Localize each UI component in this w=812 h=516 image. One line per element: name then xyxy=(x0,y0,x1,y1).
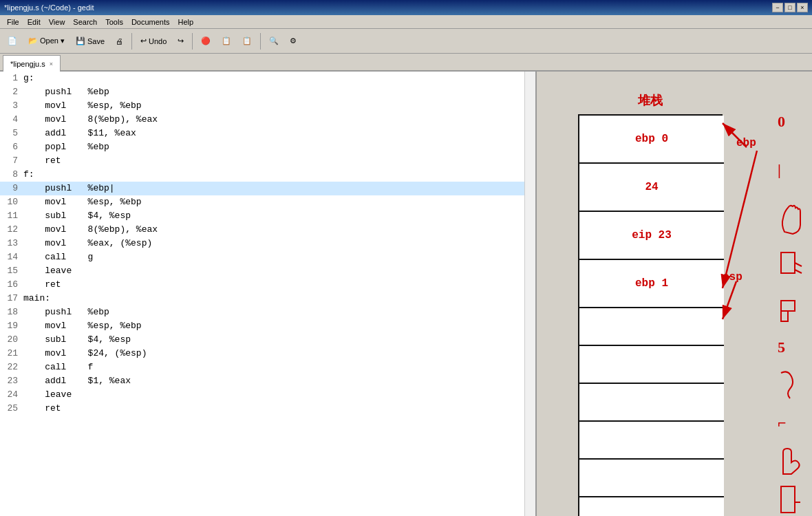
separator-2 xyxy=(192,33,193,50)
line-10: 10 movl %esp, %ebp xyxy=(0,195,535,209)
hand-icon-4 xyxy=(778,294,805,325)
new-icon: 📄 xyxy=(8,36,17,45)
line-23: 23 addl $1, %eax xyxy=(0,374,535,388)
window-title: *lipengju.s (~/Code) - gedit xyxy=(4,3,94,12)
menu-help[interactable]: Help xyxy=(174,17,198,28)
menu-file[interactable]: File xyxy=(3,17,23,28)
save-icon: 💾 xyxy=(76,36,85,45)
annotation-0: 0 xyxy=(778,98,805,146)
separator-3 xyxy=(260,33,261,50)
line-9: 9 pushl %ebp| xyxy=(0,182,535,195)
code-content[interactable]: 1 g: 2 pushl %ebp 3 movl %esp, %ebp 4 mo… xyxy=(0,72,535,516)
line-19: 19 movl %esp, %ebp xyxy=(0,319,535,333)
toolbar: 📄 📂 Open ▾ 💾 Save 🖨 ↩ Undo ↪ 🔴 📋 📋 🔍 ⚙ xyxy=(0,29,812,54)
line-4: 4 movl 8(%ebp), %eax xyxy=(0,113,535,127)
annotation-7: ⌐ xyxy=(778,404,805,442)
annotation-3 xyxy=(778,242,805,290)
menu-edit[interactable]: Edit xyxy=(23,17,45,28)
undo-icon: ↩ xyxy=(140,36,147,45)
stack-cell-5 xyxy=(579,346,724,384)
line-17: 17 main: xyxy=(0,292,535,305)
main-content: 1 g: 2 pushl %ebp 3 movl %esp, %ebp 4 mo… xyxy=(0,72,812,516)
menu-tools[interactable]: Tools xyxy=(101,17,127,28)
menu-search[interactable]: Search xyxy=(69,17,101,28)
undo-button[interactable]: ↩ Undo xyxy=(136,32,171,51)
maximize-button[interactable]: □ xyxy=(784,3,795,12)
stack-frame: ebp 0 24 eip 23 ebp 1 xyxy=(578,114,723,516)
hand-icon-2 xyxy=(778,201,805,235)
ebp-pointer-label: ebp xyxy=(736,137,756,149)
stack-container: 堆栈 ebp 0 24 eip 23 ebp 1 xyxy=(578,92,723,516)
line-20: 20 subl $4, %esp xyxy=(0,333,535,347)
line-1: 1 g: xyxy=(0,72,535,85)
action-icon-3: 📋 xyxy=(242,36,252,45)
stack-cell-8 xyxy=(579,460,724,497)
menu-view[interactable]: View xyxy=(45,17,70,28)
stack-cell-2: eip 23 xyxy=(579,212,724,260)
svg-line-5 xyxy=(795,263,802,266)
annotation-8 xyxy=(778,442,805,480)
annotation-1: | xyxy=(778,146,805,194)
line-8: 8 f: xyxy=(0,168,535,182)
line-3: 3 movl %esp, %ebp xyxy=(0,99,535,113)
stack-cell-6 xyxy=(579,384,724,422)
stack-cell-0: ebp 0 xyxy=(579,116,724,164)
line-7: 7 ret xyxy=(0,154,535,168)
action-button-2[interactable]: 📋 xyxy=(217,32,236,51)
editor-area[interactable]: 1 g: 2 pushl %ebp 3 movl %esp, %ebp 4 mo… xyxy=(0,72,537,516)
search-button[interactable]: 🔍 xyxy=(264,32,284,51)
redo-icon: ↪ xyxy=(178,36,184,45)
search-icon: 🔍 xyxy=(269,36,279,45)
open-button[interactable]: 📂 Open ▾ xyxy=(23,32,70,51)
tab-bar: *lipengju.s × xyxy=(0,54,812,72)
stack-cell-3: ebp 1 xyxy=(579,260,724,308)
save-button[interactable]: 💾 Save xyxy=(71,32,109,51)
scrollbar[interactable] xyxy=(524,72,535,516)
line-13: 13 movl %eax, (%esp) xyxy=(0,237,535,250)
action-button-1[interactable]: 🔴 xyxy=(196,32,215,51)
line-16: 16 ret xyxy=(0,278,535,292)
tab-close-button[interactable]: × xyxy=(50,61,53,67)
line-24: 24 leave xyxy=(0,388,535,402)
line-21: 21 movl $24, (%esp) xyxy=(0,347,535,361)
menu-bar: File Edit View Search Tools Documents He… xyxy=(0,15,812,29)
line-6: 6 popl %ebp xyxy=(0,140,535,154)
redo-button[interactable]: ↪ xyxy=(173,32,189,51)
annotation-6 xyxy=(778,366,805,404)
hand-icon-6 xyxy=(778,369,802,400)
print-icon: 🖨 xyxy=(116,37,123,45)
line-11: 11 subl $4, %esp xyxy=(0,209,535,223)
title-bar: *lipengju.s (~/Code) - gedit − □ × xyxy=(0,0,812,15)
right-annotations: 0 | 5 xyxy=(778,98,805,516)
replace-icon: ⚙ xyxy=(290,36,297,45)
stack-cell-9 xyxy=(579,497,724,516)
action-icon-1: 🔴 xyxy=(201,36,211,45)
menu-documents[interactable]: Documents xyxy=(127,17,174,28)
svg-line-2 xyxy=(723,281,736,319)
minimize-button[interactable]: − xyxy=(772,3,783,12)
close-button[interactable]: × xyxy=(797,3,808,12)
stack-cell-4 xyxy=(579,308,724,346)
new-button[interactable]: 📄 xyxy=(3,32,22,51)
action-icon-2: 📋 xyxy=(222,36,231,45)
replace-button[interactable]: ⚙ xyxy=(285,32,301,51)
window-controls: − □ × xyxy=(772,3,808,12)
hand-icon-3 xyxy=(778,249,805,283)
tab-lipengju[interactable]: *lipengju.s × xyxy=(3,55,61,72)
svg-rect-8 xyxy=(781,486,795,513)
print-button[interactable]: 🖨 xyxy=(111,32,128,51)
annotation-2 xyxy=(778,194,805,242)
annotation-5: 5 xyxy=(778,328,805,366)
action-button-3[interactable]: 📋 xyxy=(237,32,257,51)
hand-icon-9 xyxy=(778,483,802,514)
line-22: 22 call f xyxy=(0,361,535,374)
svg-line-6 xyxy=(795,270,802,273)
line-15: 15 leave xyxy=(0,264,535,278)
line-2: 2 pushl %ebp xyxy=(0,85,535,99)
stack-cell-1: 24 xyxy=(579,164,724,212)
hand-icon-8 xyxy=(778,445,802,476)
annotation-4 xyxy=(778,290,805,328)
line-14: 14 call g xyxy=(0,250,535,264)
svg-line-1 xyxy=(723,151,757,288)
svg-rect-4 xyxy=(781,252,795,273)
